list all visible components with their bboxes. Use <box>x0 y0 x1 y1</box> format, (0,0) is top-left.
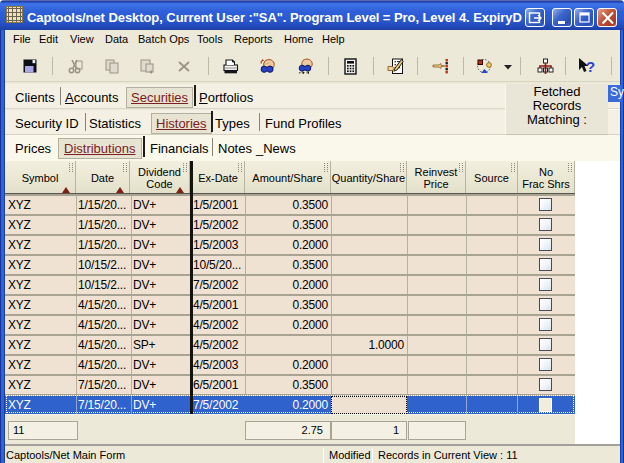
svg-text:?: ? <box>586 58 595 75</box>
